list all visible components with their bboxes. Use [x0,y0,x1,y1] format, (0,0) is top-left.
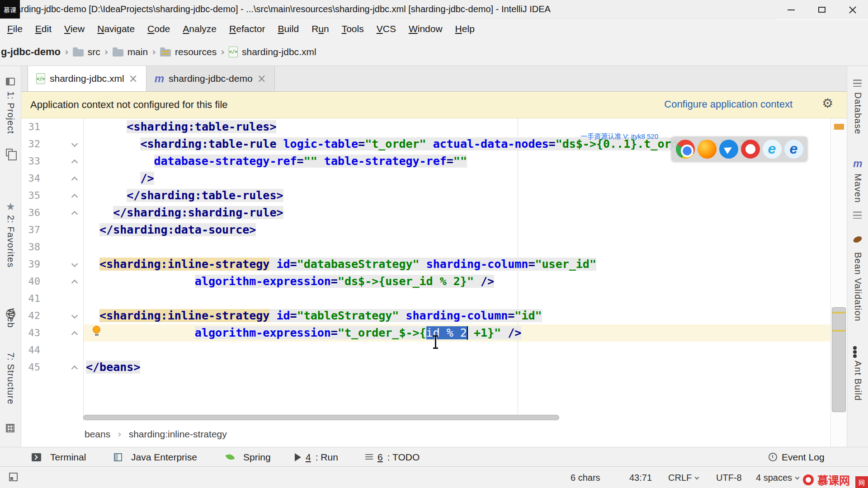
code-editor[interactable]: 313233343536373839404142434445 <sharding… [21,118,830,421]
code-line-42[interactable]: <sharding:inline-strategy id="tableStrat… [86,307,760,324]
maven-icon[interactable]: m [853,159,862,169]
xml-breadcrumb-inline-strategy[interactable]: sharding:inline-strategy [129,429,227,440]
breadcrumb-project[interactable]: g-jdbc-demo [1,46,61,58]
error-stripe-mark[interactable] [834,124,844,130]
tool-button-ant-build[interactable]: Ant Build [853,361,863,401]
code-line-33[interactable]: database-strategy-ref="" table-strategy-… [86,153,760,170]
breadcrumb-src[interactable]: src [88,47,100,57]
tool-button-bean-validation[interactable]: Bean Validation [853,252,863,322]
file-encoding[interactable]: UTF-8 [716,473,742,483]
breadcrumb-file[interactable]: sharding-jdbc.xml [242,47,316,57]
tool-button-web[interactable]: Web [5,308,16,328]
tool-button-todo[interactable]: 6 : TODO [365,447,420,467]
horizontal-scrollbar[interactable] [83,415,559,420]
line-number: 39 [21,256,40,273]
breadcrumb-resources[interactable]: resources [175,47,217,57]
chevron-down-icon [695,475,699,479]
menu-navigate[interactable]: Navigate [91,23,141,34]
code-line-36[interactable]: </sharding:sharding-rule> [86,204,760,221]
menu-code[interactable]: Code [141,23,176,34]
menu-vcs[interactable]: VCS [370,23,402,34]
fold-open-marker[interactable] [72,313,77,319]
tab-close-icon[interactable]: × [257,73,266,84]
menu-tools[interactable]: Tools [335,23,370,34]
fold-end-marker[interactable] [72,193,77,198]
star-icon[interactable]: ★ [6,202,15,212]
code-line-32[interactable]: <sharding:table-rule logic-table="t_orde… [86,136,760,153]
ant-icon[interactable] [853,346,857,350]
tool-button-database[interactable]: Database [853,92,863,135]
code-line-37[interactable]: </sharding:data-source> [86,221,760,239]
configure-context-link[interactable]: Configure application context [664,99,793,110]
tool-window-toggle-button[interactable] [9,473,18,481]
menu-edit[interactable]: Edit [29,23,58,34]
breadcrumb-main[interactable]: main [127,47,148,57]
fold-end-marker[interactable] [72,176,77,181]
tool-button-run[interactable]: 4 : Run [295,447,338,467]
tool-button-java-enterprise[interactable]: Java Enterprise [114,447,197,467]
breadcrumb-separator: › [221,46,225,57]
code-line-34[interactable]: /> [86,170,760,187]
line-number: 40 [21,273,40,290]
minimize-button[interactable] [776,0,807,19]
gear-icon[interactable]: ⚙ [822,97,833,110]
menu-refactor[interactable]: Refactor [223,23,271,34]
code-line-39[interactable]: <sharding:inline-strategy id="databaseSt… [86,256,760,273]
indent-select[interactable]: 4 spaces [756,473,799,483]
code-line-43[interactable]: algorithm-expression="t_order_$->{id % 2… [86,324,760,342]
menu-file[interactable]: File [1,23,29,34]
menu-help[interactable]: Help [449,23,481,34]
line-number: 45 [21,359,40,376]
tool-button-favorites[interactable]: 2: Favorites [5,215,16,267]
menu-build[interactable]: Build [271,23,305,34]
xml-breadcrumb-beans[interactable]: beans [85,429,110,440]
code-line-41[interactable] [86,290,760,307]
usage-stripe-mark[interactable] [832,312,845,314]
fold-open-marker[interactable] [72,262,77,267]
tool-button-structure[interactable]: 7: Structure [5,352,16,404]
tab-sharding-jdbc-xml[interactable]: </> sharding-jdbc.xml × [28,66,146,91]
tool-button-terminal[interactable]: Terminal [32,447,86,467]
code-line-45[interactable]: </beans> [86,359,760,376]
code-line-35[interactable]: </sharding:table-rules> [86,187,760,204]
database-icon[interactable] [853,80,862,87]
fold-end-marker[interactable] [72,330,77,336]
tool-button-spring[interactable]: Spring [226,447,271,467]
tool-button-project[interactable]: 1: Project [5,91,16,134]
resources-folder-icon [160,49,171,56]
menu-window[interactable]: Window [402,23,449,34]
code-line-31[interactable]: <sharding:table-rules> [86,118,760,136]
usage-stripe-mark[interactable] [832,330,845,332]
watermark-logo-badge: 慕课 [0,0,20,19]
maven-projects-icon[interactable] [853,211,862,219]
tool-button-event-log[interactable]: Event Log [769,447,825,467]
line-separator-select[interactable]: CRLF [668,473,698,483]
close-button[interactable] [837,0,868,19]
window-title: sharding-jdbc-demo [D:\IdeaProjects\shar… [6,4,551,14]
project-tool-icon[interactable] [6,78,15,85]
menu-analyze[interactable]: Analyze [176,23,223,34]
tool-window-bar: Terminal Java Enterprise Spring 4 : Run … [0,447,868,466]
vertical-scrollbar-thumb[interactable] [832,307,846,412]
menu-view[interactable]: View [58,23,91,34]
tool-button-maven[interactable]: Maven [853,174,863,203]
code-line-40[interactable]: algorithm-expression="ds$->{user_id % 2}… [86,273,760,290]
fold-end-marker[interactable] [72,159,77,164]
pinned-tool-icon[interactable] [6,149,13,156]
structure-grid-icon[interactable] [6,424,14,432]
intention-bulb-icon[interactable] [93,326,100,333]
fold-open-marker[interactable] [72,141,77,147]
fold-end-marker[interactable] [72,210,77,216]
fold-end-marker[interactable] [72,365,77,370]
bean-icon[interactable] [852,235,863,244]
vertical-scrollbar-track[interactable] [830,118,847,447]
code-line-44[interactable] [86,342,760,359]
caret-position[interactable]: 43:71 [629,473,652,483]
code-line-38[interactable] [86,239,760,256]
maximize-button[interactable] [807,0,837,19]
menu-run[interactable]: Run [305,23,335,34]
tab-close-icon[interactable]: × [129,73,138,84]
tab-sharding-jdbc-demo[interactable]: m sharding-jdbc-demo × [146,66,275,91]
chrome-icon [676,140,695,159]
fold-end-marker[interactable] [72,279,77,284]
